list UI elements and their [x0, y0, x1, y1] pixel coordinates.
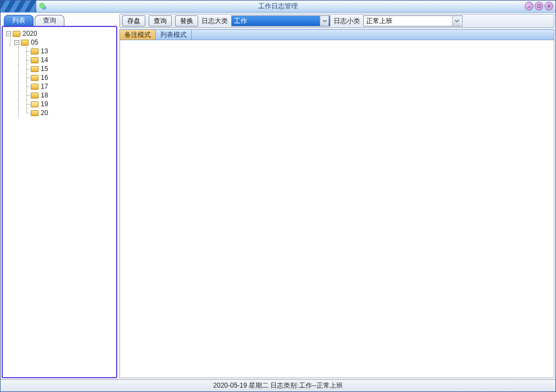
chevron-down-icon[interactable]: [452, 16, 461, 26]
left-tabs: 列表 查询: [2, 14, 117, 26]
window-controls: [525, 2, 553, 10]
replace-button[interactable]: 替换: [175, 15, 198, 26]
close-button[interactable]: [544, 2, 553, 10]
list-mode-label: 列表模式: [160, 30, 187, 40]
tab-list-label: 列表: [12, 16, 25, 25]
body: 列表 查询 − 2020 − 0: [1, 13, 555, 391]
chevron-down-icon[interactable]: [320, 16, 329, 26]
statusbar: 2020-05-19 星期二 日志类别:工作--正常上班: [1, 379, 555, 391]
tree-day-label: 20: [41, 109, 48, 117]
tree-day-node[interactable]: 15: [4, 64, 115, 73]
status-text: 2020-05-19 星期二 日志类别:工作--正常上班: [213, 381, 342, 390]
window-title: 工作日志管理: [258, 2, 298, 11]
memo-mode-label: 备注模式: [124, 30, 151, 40]
toolbar: 存盘 查询 替换 日志大类 日志小类: [119, 14, 554, 28]
tree-day-label: 14: [41, 56, 48, 64]
tab-query-label: 查询: [43, 16, 56, 25]
tree-day-label: 15: [41, 65, 48, 73]
list-mode-tab[interactable]: 列表模式: [156, 30, 192, 40]
tree-day-node[interactable]: 13: [4, 47, 115, 56]
folder-icon: [31, 110, 39, 116]
tree-day-label: 19: [41, 100, 48, 108]
folder-icon: [31, 92, 39, 99]
tab-list[interactable]: 列表: [4, 15, 34, 26]
folder-icon: [31, 75, 39, 81]
folder-icon: [31, 84, 39, 90]
main-window: 工作日志管理 列表 查询: [0, 0, 556, 392]
maximize-button[interactable]: [535, 2, 543, 10]
main-row: 列表 查询 − 2020 − 0: [1, 13, 555, 379]
tree-day-node[interactable]: 20: [4, 108, 115, 117]
category-input[interactable]: [232, 16, 320, 26]
tree-view[interactable]: − 2020 − 05 1314151617181920: [2, 26, 117, 378]
category-label: 日志大类: [201, 17, 228, 26]
right-panel: 存盘 查询 替换 日志大类 日志小类: [119, 14, 554, 378]
tree-month-label: 05: [31, 39, 38, 46]
memo-mode-tab[interactable]: 备注模式: [120, 30, 156, 40]
left-panel: 列表 查询 − 2020 − 0: [2, 14, 117, 378]
tree-day-label: 18: [41, 91, 48, 99]
titlebar-left: [1, 1, 47, 12]
folder-icon: [31, 57, 39, 63]
collapse-icon[interactable]: −: [6, 31, 11, 36]
tree-year-node[interactable]: − 2020: [4, 29, 115, 38]
svg-rect-0: [538, 5, 541, 8]
tree-day-label: 17: [41, 83, 48, 90]
subcategory-combo[interactable]: [363, 15, 462, 26]
replace-button-label: 替换: [180, 17, 193, 26]
tree-day-label: 13: [41, 47, 48, 55]
app-icon: [39, 2, 47, 11]
folder-icon: [31, 66, 39, 72]
tree-day-node[interactable]: 17: [4, 82, 115, 91]
tree-day-node[interactable]: 18: [4, 91, 115, 100]
titlebar-hatch-decoration: [1, 1, 36, 12]
query-button-label: 查询: [154, 17, 167, 26]
tree-day-label: 16: [41, 74, 48, 81]
folder-icon: [31, 48, 39, 55]
collapse-icon[interactable]: −: [14, 40, 19, 45]
tree-day-node[interactable]: 16: [4, 73, 115, 82]
tree-day-node[interactable]: 19: [4, 100, 115, 108]
content-area[interactable]: [119, 40, 554, 378]
folder-icon: [21, 40, 29, 46]
save-button-label: 存盘: [127, 17, 140, 26]
category-combo[interactable]: [231, 15, 330, 26]
tab-query[interactable]: 查询: [35, 15, 64, 26]
mode-tabs: 备注模式 列表模式: [119, 29, 554, 40]
tree-year-label: 2020: [23, 30, 37, 37]
save-button[interactable]: 存盘: [122, 15, 145, 26]
titlebar[interactable]: 工作日志管理: [1, 1, 555, 13]
folder-icon: [13, 31, 20, 37]
subcategory-label: 日志小类: [334, 17, 360, 26]
minimize-button[interactable]: [525, 2, 533, 10]
folder-icon: [31, 101, 39, 107]
tree-month-node[interactable]: − 05: [4, 38, 115, 47]
query-button[interactable]: 查询: [149, 15, 172, 26]
tree-day-node[interactable]: 14: [4, 56, 115, 64]
subcategory-input[interactable]: [364, 16, 452, 26]
